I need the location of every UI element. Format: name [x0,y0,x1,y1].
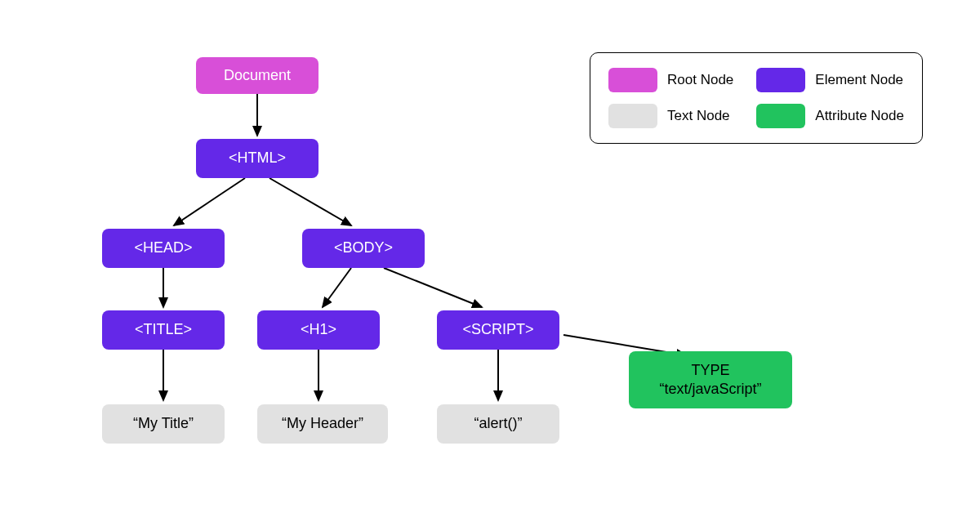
node-title-label: <TITLE> [135,320,192,339]
node-html: <HTML> [196,139,318,178]
node-h1: <H1> [257,310,380,350]
node-attribute-type-label: TYPE “text/javaScript” [659,361,761,399]
legend-swatch-attribute [756,104,805,128]
svg-line-4 [323,268,351,307]
node-title-text-label: “My Title” [133,414,194,433]
node-document: Document [196,57,318,94]
legend-item-root: Root Node [608,68,733,92]
node-header-text: “My Header” [257,404,388,444]
svg-line-1 [174,178,245,225]
legend-label-text: Text Node [667,108,730,124]
node-alert-text-label: “alert()” [474,414,523,433]
node-head-label: <HEAD> [134,239,192,257]
node-html-label: <HTML> [229,149,286,167]
legend-label-root: Root Node [667,72,733,88]
node-title: <TITLE> [102,310,225,350]
legend-item-text: Text Node [608,104,733,128]
svg-line-2 [270,178,351,225]
legend-swatch-element [756,68,805,92]
node-script-label: <SCRIPT> [462,320,533,339]
legend-item-element: Element Node [756,68,904,92]
legend-box: Root Node Element Node Text Node Attribu… [590,52,923,144]
legend-swatch-text [608,104,657,128]
node-script: <SCRIPT> [437,310,559,350]
node-document-label: Document [224,66,291,85]
svg-line-5 [384,268,482,307]
legend-label-element: Element Node [815,72,903,88]
node-h1-label: <H1> [301,320,336,339]
node-header-text-label: “My Header” [282,414,363,433]
legend-swatch-root [608,68,657,92]
legend-label-attribute: Attribute Node [815,108,904,124]
node-title-text: “My Title” [102,404,225,444]
node-alert-text: “alert()” [437,404,559,444]
legend-item-attribute: Attribute Node [756,104,904,128]
node-body-label: <BODY> [334,239,393,257]
node-head: <HEAD> [102,229,225,268]
node-body: <BODY> [302,229,425,268]
node-attribute-type: TYPE “text/javaScript” [629,351,792,408]
